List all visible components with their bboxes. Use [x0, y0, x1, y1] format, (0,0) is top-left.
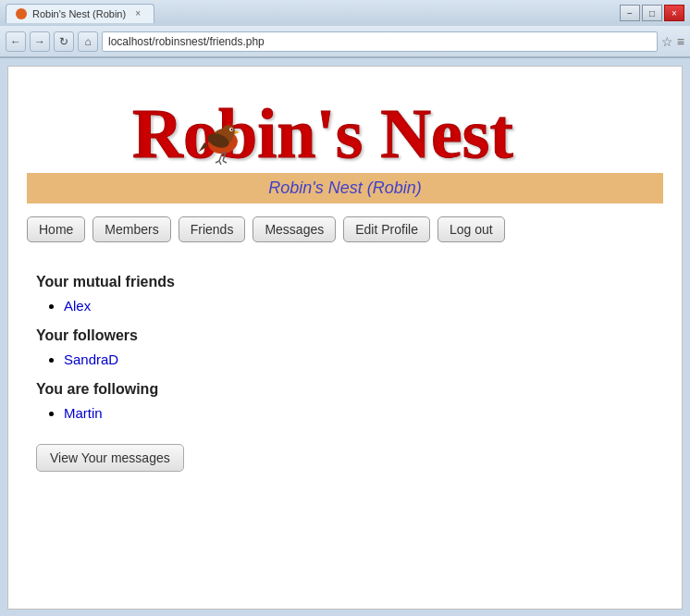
tab-close-button[interactable]: ×: [131, 7, 144, 20]
logo-svg: Robin's Nest: [123, 85, 567, 168]
list-item: Martin: [64, 405, 654, 422]
friend-martin-link[interactable]: Martin: [64, 405, 103, 421]
browser-menu-icon[interactable]: ≡: [677, 34, 684, 49]
list-item: Alex: [64, 298, 654, 314]
logo-area: Robin's Nest: [27, 76, 663, 173]
home-nav-button[interactable]: Home: [27, 216, 85, 242]
address-text: localhost/robinsnest/friends.php: [108, 35, 265, 48]
nav-menu: Home Members Friends Messages Edit Profi…: [8, 203, 682, 255]
edit-profile-nav-button[interactable]: Edit Profile: [343, 216, 430, 242]
close-button[interactable]: ×: [664, 5, 684, 21]
tab-favicon: [16, 8, 27, 19]
minimize-button[interactable]: −: [620, 5, 640, 21]
forward-button[interactable]: →: [30, 31, 50, 52]
address-bar[interactable]: localhost/robinsnest/friends.php: [102, 31, 658, 52]
browser-tab[interactable]: Robin's Nest (Robin) ×: [6, 4, 154, 23]
nav-right-icons: ☆ ≡: [661, 34, 684, 49]
followers-list: SandraD: [64, 351, 654, 368]
friend-alex-link[interactable]: Alex: [64, 298, 91, 314]
subtitle-text: Robin's Nest (Robin): [268, 179, 422, 197]
svg-point-5: [231, 129, 233, 130]
svg-point-3: [222, 125, 235, 138]
followers-title: Your followers: [36, 327, 654, 344]
mutual-friends-title: Your mutual friends: [36, 274, 654, 290]
title-bar: Robin's Nest (Robin) × − □ ×: [0, 0, 690, 26]
window-controls: − □ ×: [620, 5, 684, 21]
browser-chrome: Robin's Nest (Robin) × − □ × ← → ↻ ⌂ loc…: [0, 0, 690, 58]
logout-nav-button[interactable]: Log out: [437, 216, 505, 242]
bookmark-icon[interactable]: ☆: [661, 34, 673, 49]
home-button[interactable]: ⌂: [78, 31, 98, 52]
site-logo: Robin's Nest: [27, 85, 663, 168]
friend-sandrad-link[interactable]: SandraD: [64, 351, 118, 367]
site-header: Robin's Nest: [8, 67, 682, 203]
messages-nav-button[interactable]: Messages: [253, 216, 336, 242]
tab-title: Robin's Nest (Robin): [32, 8, 126, 19]
following-list: Martin: [64, 405, 654, 422]
subtitle-bar: Robin's Nest (Robin): [27, 173, 663, 203]
svg-text:Robin's Nest: Robin's Nest: [132, 94, 513, 168]
following-title: You are following: [36, 381, 654, 398]
nav-bar: ← → ↻ ⌂ localhost/robinsnest/friends.php…: [0, 26, 690, 57]
view-messages-button[interactable]: View Your messages: [36, 444, 184, 472]
members-nav-button[interactable]: Members: [92, 216, 170, 242]
back-button[interactable]: ←: [6, 31, 26, 52]
mutual-friends-list: Alex: [64, 298, 654, 314]
reload-button[interactable]: ↻: [54, 31, 74, 52]
page-content: Robin's Nest: [8, 67, 682, 490]
main-content: Your mutual friends Alex Your followers …: [8, 255, 682, 490]
maximize-button[interactable]: □: [642, 5, 662, 21]
page-area: Robin's Nest: [7, 66, 683, 610]
friends-nav-button[interactable]: Friends: [179, 216, 246, 242]
list-item: SandraD: [64, 351, 654, 368]
title-bar-left: Robin's Nest (Robin) ×: [6, 4, 154, 23]
